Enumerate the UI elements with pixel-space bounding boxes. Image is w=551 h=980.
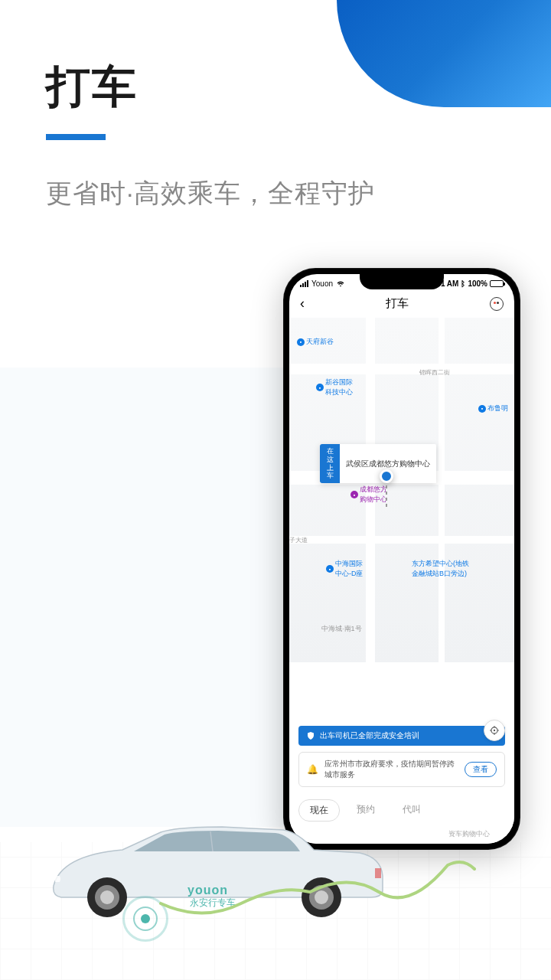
carrier-label: Youon (311, 279, 333, 288)
poi-xingu[interactable]: ▪新谷国际 科技中心 (316, 377, 353, 397)
car-illustration: youon 永安行专车 (23, 773, 452, 942)
phone-frame: Youon 9:41 AM ᛒ 100% ‹ 打车 锦晖西二街 子大道 ▪天府新… (283, 268, 520, 850)
poi-bulu[interactable]: ▪布鲁明 (478, 403, 508, 413)
view-button[interactable]: 查看 (465, 762, 497, 777)
back-button[interactable]: ‹ (300, 296, 305, 312)
page-subtitle: 更省时·高效乘车，全程守护 (46, 176, 375, 211)
page-header: 打车 (46, 57, 138, 140)
svg-point-5 (100, 890, 114, 904)
poi-chengdu[interactable]: ▪成都悠方 购物中心 (350, 485, 387, 505)
crosshair-icon (489, 725, 500, 736)
title-underline (46, 134, 106, 140)
app-header: ‹ 打车 (289, 289, 514, 318)
page-title: 打车 (46, 57, 138, 117)
street-label: 锦晖西二街 (419, 368, 450, 377)
locate-button[interactable] (484, 720, 505, 741)
phone-notch (360, 274, 444, 289)
signal-icon (300, 280, 308, 287)
chat-icon[interactable] (490, 297, 504, 311)
safety-banner[interactable]: 出车司机已全部完成安全培训 (298, 726, 505, 746)
pickup-tag: 在这 上车 (320, 444, 340, 483)
poi-dongfang[interactable]: 东方希望中心(地铁 金融城站B口旁边) (412, 559, 469, 579)
route-line (157, 850, 478, 926)
poi-zhonghai[interactable]: ▪中海国际 中心-D座 (326, 559, 364, 579)
poi-zhonghai2[interactable]: 中海城·南1号 (321, 624, 362, 634)
map-view[interactable]: 锦晖西二街 子大道 ▪天府新谷 ▪新谷国际 科技中心 ▪布鲁明 ▪icp环汇商业… (289, 318, 514, 662)
svg-point-1 (494, 730, 494, 730)
location-pin[interactable] (380, 469, 393, 483)
poi-tianfu[interactable]: ▪天府新谷 (297, 337, 334, 347)
street-label: 子大道 (289, 536, 308, 544)
bluetooth-icon: ᛒ (461, 279, 465, 288)
pickup-bubble[interactable]: 在这 上车 武侯区成都悠方购物中心 (320, 444, 436, 483)
battery-icon (490, 280, 504, 287)
battery-percent: 100% (468, 279, 487, 288)
safety-text: 出车司机已全部完成安全培训 (320, 730, 419, 741)
app-title: 打车 (386, 296, 409, 311)
shield-icon (306, 731, 315, 740)
wifi-icon (336, 279, 345, 288)
decorative-corner (337, 0, 551, 107)
phone-screen: Youon 9:41 AM ᛒ 100% ‹ 打车 锦晖西二街 子大道 ▪天府新… (289, 274, 514, 844)
background-block (0, 368, 291, 827)
